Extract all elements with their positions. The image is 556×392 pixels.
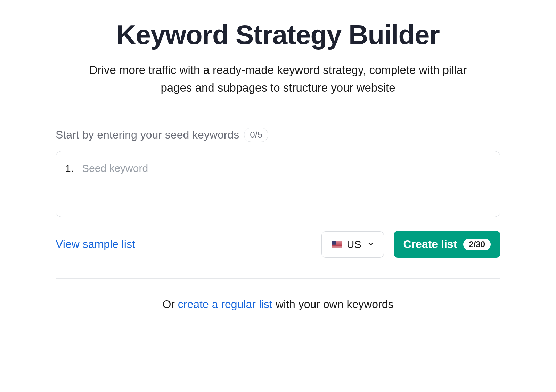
input-label: Start by entering your seed keywords [56,128,239,141]
country-dropdown[interactable]: US [321,231,384,258]
seed-keyword-input[interactable] [82,162,491,174]
svg-rect-5 [332,246,342,247]
us-flag-icon [332,241,342,248]
svg-rect-7 [332,241,336,245]
view-sample-link[interactable]: View sample list [56,238,135,251]
actions-row: View sample list US [56,231,500,258]
create-list-button[interactable]: Create list 2/30 [394,231,500,258]
seed-keywords-help[interactable]: seed keywords [165,128,239,142]
footer-text: Or create a regular list with your own k… [56,298,500,311]
create-list-count: 2/30 [463,239,491,250]
seed-count-badge: 0/5 [244,128,268,142]
footer-suffix: with your own keywords [272,298,394,310]
seed-keywords-input-box[interactable]: 1. [56,151,500,217]
input-label-row: Start by entering your seed keywords 0/5 [56,128,500,142]
country-code: US [347,239,361,250]
create-list-label: Create list [403,238,457,251]
seed-input-line: 1. [65,162,491,174]
right-actions: US Create list 2/30 [321,231,500,258]
divider [56,278,500,279]
svg-rect-4 [332,244,342,245]
input-label-prefix: Start by entering your [56,128,165,141]
page-subtitle: Drive more traffic with a ready-made key… [78,61,478,97]
chevron-down-icon [367,239,375,250]
line-number: 1. [65,162,74,174]
create-regular-list-link[interactable]: create a regular list [178,298,272,310]
page-title: Keyword Strategy Builder [56,21,500,49]
svg-rect-6 [332,247,342,248]
footer-prefix: Or [162,298,178,310]
